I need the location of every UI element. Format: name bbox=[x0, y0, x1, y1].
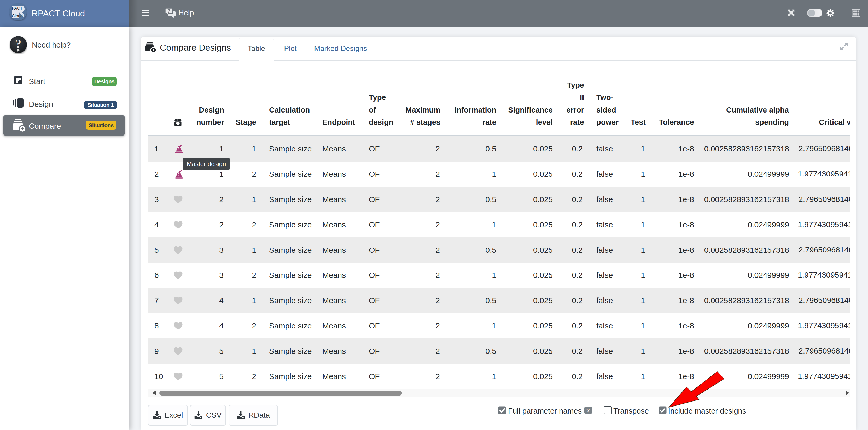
svg-text:?: ? bbox=[167, 8, 170, 13]
svg-text:?: ? bbox=[16, 37, 22, 51]
svg-text:PACT: PACT bbox=[12, 6, 23, 10]
svg-text:Cloud: Cloud bbox=[12, 14, 23, 18]
